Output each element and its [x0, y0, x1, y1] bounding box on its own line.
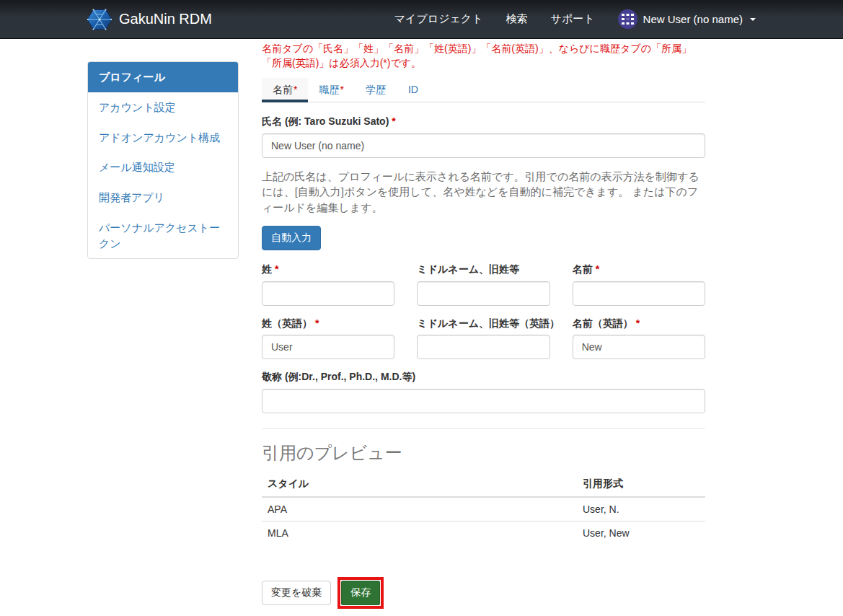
suffix-input[interactable] — [262, 389, 705, 413]
citation-style-cell: APA — [262, 497, 577, 522]
sidebar-item-account-settings[interactable]: アカウント設定 — [88, 92, 238, 123]
tab-employment[interactable]: 職歴* — [308, 78, 354, 102]
family-name-label: 姓* — [262, 263, 394, 276]
full-name-label: 氏名 (例: Taro Suzuki Sato)* — [262, 115, 705, 128]
dropdown-caret-icon — [750, 18, 756, 21]
citation-style-cell: MLA — [262, 522, 577, 545]
user-avatar-icon — [618, 9, 637, 29]
profile-tabs: 名前* 職歴* 学歴 ID — [262, 78, 705, 102]
nav-my-projects[interactable]: マイプロジェクト — [394, 12, 483, 26]
required-asterisk: * — [636, 317, 640, 329]
name-fields-row-1: 姓* ミドルネーム、旧姓等 名前* 姓（英語）* ミドルネーム、旧姓等（英語） … — [262, 252, 705, 360]
user-menu[interactable]: New User (no name) — [618, 9, 756, 29]
tab-name-required-mark: * — [293, 84, 297, 95]
given-name-input[interactable] — [573, 281, 705, 306]
middle-name-input[interactable] — [417, 281, 550, 306]
autofill-button[interactable]: 自動入力 — [262, 226, 321, 250]
citation-preview-heading: 引用のプレビュー — [262, 441, 705, 465]
save-button[interactable]: 保存 — [341, 581, 380, 605]
table-row-mla: MLA User, New — [262, 522, 705, 545]
family-name-input[interactable] — [262, 281, 394, 306]
citation-format-cell: User, New — [577, 522, 705, 545]
save-button-highlight-box: 保存 — [337, 577, 384, 609]
brand-link[interactable]: GakuNin RDM — [87, 9, 212, 30]
given-name-label: 名前* — [573, 263, 705, 276]
nav-search[interactable]: 検索 — [506, 12, 528, 26]
sidebar-item-addon-accounts[interactable]: アドオンアカウント構成 — [88, 123, 238, 153]
table-row-apa: APA User, N. — [262, 497, 705, 522]
tab-id[interactable]: ID — [397, 78, 430, 102]
discard-changes-button[interactable]: 変更を破棄 — [262, 581, 331, 605]
citation-format-cell: User, N. — [577, 497, 705, 522]
tab-employment-required-mark: * — [340, 84, 343, 95]
given-name-en-input[interactable] — [573, 335, 705, 359]
column-header-style: スタイル — [262, 472, 577, 497]
form-actions: 変更を破棄 保存 — [262, 577, 705, 609]
required-asterisk: * — [596, 263, 599, 275]
navbar-links: マイプロジェクト 検索 サポート — [394, 9, 756, 29]
family-name-en-label: 姓（英語）* — [262, 317, 394, 330]
required-asterisk: * — [275, 263, 278, 275]
sidebar-item-notifications[interactable]: メール通知設定 — [88, 152, 238, 182]
settings-sidebar: プロフィール アカウント設定 アドオンアカウント構成 メール通知設定 開発者アプ… — [87, 61, 239, 259]
brand-title: GakuNin RDM — [119, 11, 212, 27]
family-name-en-input[interactable] — [262, 335, 394, 359]
middle-name-label: ミドルネーム、旧姓等 — [417, 263, 550, 276]
gakunin-rdm-logo-icon — [87, 9, 112, 30]
required-asterisk: * — [315, 317, 319, 329]
given-name-en-label: 名前（英語）* — [573, 317, 705, 330]
middle-name-en-label: ミドルネーム、旧姓等（英語） — [417, 317, 550, 330]
section-divider — [262, 428, 705, 429]
user-name: New User (no name) — [643, 13, 743, 25]
name-help-text: 上記の氏名は、プロフィールに表示される名前です。引用での名前の表示方法を制御する… — [262, 169, 705, 215]
required-fields-warning: 名前タブの「氏名」「姓」「名前」「姓(英語)」「名前(英語)」、ならびに職歴タブ… — [262, 42, 705, 70]
top-navbar: GakuNin RDM マイプロジェクト 検索 サポート — [0, 0, 843, 39]
suffix-label: 敬称 (例:Dr., Prof., Ph.D., M.D.等) — [262, 371, 705, 383]
tab-name[interactable]: 名前* — [262, 78, 308, 102]
middle-name-en-input[interactable] — [417, 335, 550, 359]
nav-support[interactable]: サポート — [551, 12, 595, 26]
required-asterisk: * — [392, 115, 395, 127]
citation-preview-table: スタイル 引用形式 APA User, N. MLA User, New — [262, 472, 705, 545]
sidebar-item-profile[interactable]: プロフィール — [88, 62, 238, 92]
sidebar-item-personal-access-tokens[interactable]: パーソナルアクセストークン — [88, 213, 238, 259]
sidebar-item-developer-apps[interactable]: 開発者アプリ — [88, 182, 238, 213]
column-header-format: 引用形式 — [577, 472, 705, 497]
profile-settings-main: 名前タブの「氏名」「姓」「名前」「姓(英語)」「名前(英語)」、ならびに職歴タブ… — [262, 39, 705, 609]
full-name-input[interactable] — [262, 133, 705, 158]
tab-education[interactable]: 学歴 — [355, 78, 397, 102]
